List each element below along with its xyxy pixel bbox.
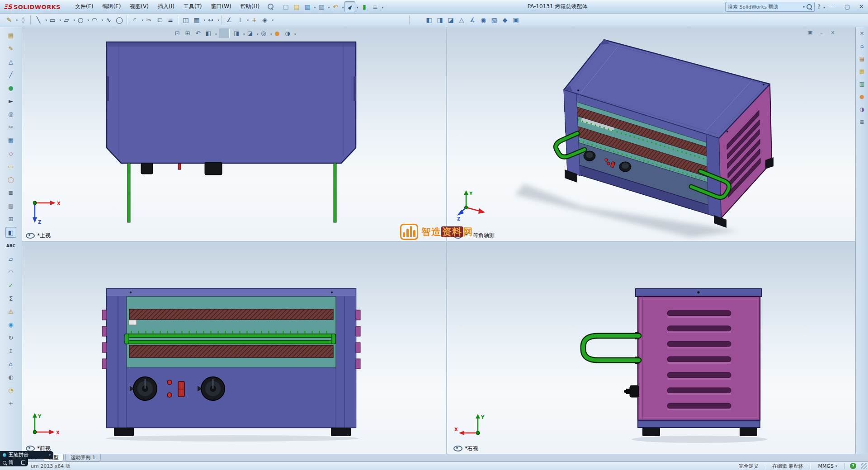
fillet-icon[interactable]: ◜ [129,14,140,25]
oven-top-strip[interactable] [636,289,761,296]
open-file-icon[interactable]: ▤ [292,2,302,12]
exploded-view-icon[interactable]: ◆ [500,14,510,25]
side-knob[interactable] [624,385,639,397]
section-view-icon[interactable]: ◪ [445,14,456,25]
search-scope-chevron-icon[interactable]: ▾ [803,5,805,9]
lights-icon[interactable]: ◔ [6,385,16,395]
oven-top-face[interactable] [107,42,356,163]
isometric-view-canvas[interactable] [447,27,855,241]
wire-rack-handle-side[interactable] [583,332,639,364]
plane-icon[interactable]: △ [6,56,16,66]
circle-icon[interactable]: ○ [75,14,86,25]
menu-help[interactable]: 帮助(H) [236,1,264,12]
help-button[interactable]: ? [816,2,822,11]
resources-home-icon[interactable]: ⌂ [858,42,866,50]
note-icon[interactable]: ▭ [6,161,16,171]
quick-snaps-icon[interactable]: ◈ [259,14,270,25]
line-icon[interactable]: ╲ [33,14,44,25]
zoom-icon[interactable]: ◎ [6,109,16,119]
repair-sketch-icon[interactable]: + [249,14,259,25]
camera-icon[interactable]: ◐ [6,372,16,382]
save-icon[interactable]: ▦ [302,2,312,12]
view-palette-icon[interactable]: ▥ [858,80,866,88]
info-icon[interactable]: ◉ [6,320,16,329]
select-icon[interactable]: ► [344,1,355,12]
hide-show-items-icon[interactable]: ◎ [259,28,269,38]
zoom-area-icon[interactable]: ⊞ [183,28,193,38]
select-tool-icon[interactable]: ► [6,96,16,106]
rebuild-icon[interactable]: ▮ [359,2,369,12]
balloon-icon[interactable]: ◯ [6,174,16,184]
smart-dimension-icon[interactable]: ∠ [224,14,235,25]
maximize-button[interactable]: ▢ [843,2,851,11]
menu-window[interactable]: 窗口(W) [207,1,236,12]
appearances-icon[interactable]: ● [858,93,866,101]
ime-mode-bar[interactable]: 简 [0,459,28,466]
viewport-splitter-vertical[interactable] [446,27,447,454]
grid-icon[interactable]: ▩ [6,201,16,211]
scenes-icon[interactable]: ◑ [858,105,866,113]
view-settings-icon[interactable]: ◑ [283,28,293,38]
slot-icon[interactable]: ▱ [61,14,72,25]
minimize-button[interactable]: — [828,2,837,11]
spline-icon[interactable]: ∿ [103,14,114,25]
section-view-icon[interactable]: ◧ [203,28,214,38]
move-entities-icon[interactable]: ↔ [205,14,216,25]
oven-feet[interactable] [642,428,757,436]
sketch-icon[interactable]: ✎ [4,14,14,25]
offset-entities-icon[interactable]: ≡ [165,14,176,25]
smart-fastener-icon[interactable]: ◇ [6,148,16,158]
new-file-icon[interactable]: ▢ [281,2,291,12]
viewport-front-view[interactable]: Y X *前视 [22,242,446,454]
options-icon[interactable]: ≡ [370,2,380,12]
viewport-isometric-view[interactable]: ▣–✕ Y Z *二等角轴测 [447,27,855,241]
close-button[interactable]: ✕ [858,2,865,11]
resize-grip[interactable] [861,463,867,469]
tab-motion-study[interactable]: 运动算例 1 [65,454,101,461]
display-relations-icon[interactable]: ⊥ [235,14,245,25]
open-document-icon[interactable]: ▤ [6,30,16,40]
mirror-icon[interactable]: ◫ [180,14,191,25]
display-style-icon[interactable]: ◪ [245,28,255,38]
print-icon[interactable]: ▥ [316,2,326,12]
axis-icon[interactable]: ╱ [6,70,16,80]
arc-icon[interactable]: ◠ [89,14,100,25]
rotate-view-icon[interactable]: ↻ [6,333,16,343]
dof-icon[interactable]: + [6,398,16,408]
export-icon[interactable]: ↥ [6,346,16,356]
draft-icon[interactable]: ◠ [6,267,16,277]
view-orientation-icon[interactable]: ◨ [231,28,242,38]
previous-view-icon[interactable]: ↶ [193,28,203,38]
menu-edit[interactable]: 编辑(E) [98,1,125,12]
measure-icon[interactable]: ∡ [467,14,478,25]
undo-icon[interactable]: ↶ [330,2,340,12]
ellipse-icon[interactable]: ◯ [114,14,125,25]
bom-icon[interactable]: ≣ [6,188,16,197]
section-view-icon[interactable]: ◧ [5,227,16,238]
insert-part-icon[interactable]: ⊞ [6,214,16,224]
oven-feet[interactable] [114,428,351,436]
control-panel-front[interactable] [127,368,336,428]
design-check-icon[interactable]: ✓ [6,280,16,290]
sketch-tool-icon[interactable]: ✎ [6,43,16,53]
custom-properties-icon[interactable]: ≣ [858,118,866,126]
ime-options-chevron-icon[interactable]: ▾ [49,453,51,457]
pattern-icon[interactable]: ▦ [6,135,16,145]
trim-icon[interactable]: ✂ [143,14,154,25]
cut-icon[interactable]: ✂ [6,122,16,132]
ime-search-icon[interactable] [3,461,6,465]
interference-detection-icon[interactable]: ▣ [510,14,521,25]
close-taskpane-icon[interactable]: ✕ [858,29,866,38]
linear-pattern-icon[interactable]: ▦ [191,14,202,25]
surface-icon[interactable]: ▱ [6,254,16,264]
window-minimize-icon[interactable]: – [818,29,825,36]
oven-bottom-strip[interactable] [638,420,760,428]
menu-view[interactable]: 视图(V) [125,1,153,12]
eraser-icon[interactable]: ◊ [18,14,28,25]
ime-mode-char[interactable]: 简 [9,459,14,466]
appearance-icon[interactable]: ● [6,83,16,93]
front-view-canvas[interactable] [22,242,446,454]
search-icon[interactable] [807,4,812,9]
convert-entities-icon[interactable]: ⊏ [154,14,165,25]
units-selector[interactable]: MMGS▾ [811,463,844,469]
